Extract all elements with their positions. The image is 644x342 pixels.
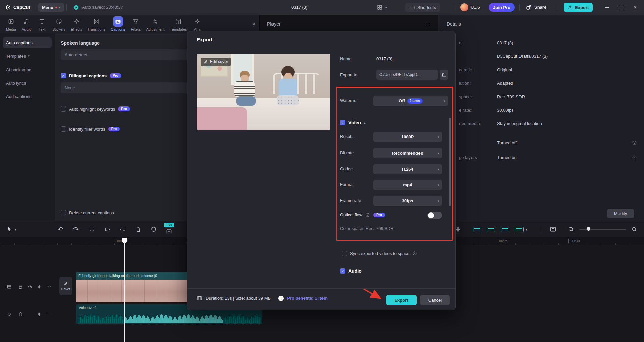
detail-label: e rate: — [459, 108, 472, 113]
link-clips-icon[interactable] — [487, 227, 495, 232]
player-menu-icon[interactable]: ≡ — [426, 15, 430, 33]
layout-grid-icon[interactable] — [377, 4, 383, 10]
bitrate-select[interactable]: Recommended▾ — [373, 148, 442, 158]
speaker-icon[interactable] — [37, 312, 42, 317]
tab-templates[interactable]: Templates — [167, 16, 189, 31]
voiceover-mic-icon[interactable] — [455, 226, 461, 233]
detail-label: lution: — [459, 81, 471, 86]
shortcuts-button[interactable]: Shortcuts — [405, 3, 440, 12]
delete-current-captions-checkbox[interactable] — [61, 210, 66, 215]
codec-select[interactable]: H.264▾ — [373, 164, 442, 174]
tab-text[interactable]: Text — [34, 16, 50, 31]
delete-icon[interactable] — [135, 226, 142, 233]
layout-chevron-icon[interactable]: ▾ — [385, 6, 387, 9]
zoom-out-icon[interactable] — [568, 226, 574, 232]
capcut-app-window: CapCut Menu ▾ Auto saved: 23:48:37 0317 … — [0, 0, 644, 342]
zoom-slider-track[interactable] — [579, 229, 626, 230]
dialog-scrollbar[interactable] — [449, 118, 451, 206]
preview-axis-icon[interactable] — [550, 226, 556, 233]
close-button[interactable]: × — [630, 0, 640, 15]
join-pro-button[interactable]: Join Pro — [489, 3, 515, 12]
tab-effects[interactable]: Effects — [68, 16, 85, 31]
browse-folder-button[interactable] — [440, 70, 448, 80]
info-icon[interactable] — [412, 251, 417, 256]
zoom-in-icon[interactable] — [631, 226, 637, 232]
export-to-path[interactable]: C:/Users/DELL/AppD... — [376, 70, 438, 80]
share-label[interactable]: Share — [534, 0, 546, 15]
audio-section-checkbox[interactable]: ✓ — [340, 268, 345, 274]
tab-stickers[interactable]: Stickers — [50, 16, 68, 31]
identify-filler-checkbox[interactable] — [61, 126, 66, 132]
framerate-select[interactable]: 30fps▾ — [373, 196, 442, 206]
info-icon[interactable] — [632, 155, 637, 160]
undo-icon[interactable]: ↶ — [58, 224, 63, 234]
delete-left-icon[interactable] — [104, 226, 111, 233]
eye-icon[interactable] — [28, 284, 33, 289]
minimize-button[interactable] — [602, 0, 612, 15]
video-section-checkbox[interactable]: ✓ — [340, 120, 345, 125]
export-icon — [568, 5, 573, 10]
sidebar-item-add-captions[interactable]: Add captions — [3, 91, 52, 102]
export-button-titlebar[interactable]: Export — [564, 3, 593, 12]
tab-adjustment[interactable]: Adjustment — [143, 16, 167, 31]
user-avatar[interactable] — [460, 3, 468, 11]
magnet-snap-icon[interactable] — [473, 227, 481, 232]
export-confirm-button[interactable]: Export — [386, 295, 417, 305]
bilingual-captions-checkbox[interactable]: ✓ — [61, 73, 66, 78]
auto-highlight-checkbox[interactable] — [61, 106, 66, 112]
pro-badge: Pro — [118, 106, 130, 111]
detail-value: Original — [497, 67, 512, 72]
delete-current-captions-row: Delete current captions — [61, 210, 114, 215]
optical-flow-toggle[interactable] — [427, 212, 442, 219]
resolution-select[interactable]: 1080P▾ — [373, 132, 442, 142]
sync-to-space-checkbox[interactable] — [342, 251, 347, 256]
name-value[interactable]: 0317 (3) — [376, 56, 392, 61]
chevron-down-icon: ▾ — [443, 99, 445, 103]
sidebar-item-auto-captions[interactable]: Auto captions — [3, 37, 52, 48]
track-content-icon[interactable] — [7, 284, 12, 289]
alert-icon: ! — [278, 296, 284, 301]
chevron-up-icon[interactable]: ▴ — [364, 121, 366, 124]
ribbon-overflow-button[interactable]: » — [252, 21, 255, 27]
info-icon[interactable] — [365, 213, 370, 217]
mask-icon[interactable] — [150, 226, 157, 233]
lock-icon[interactable] — [18, 284, 23, 289]
track-height-icon[interactable] — [515, 227, 524, 232]
export-dialog: Export Edit cover Name — [187, 31, 456, 310]
menu-button[interactable]: Menu ▾ — [38, 3, 64, 12]
tab-transitions[interactable]: Transitions — [85, 16, 108, 31]
refresh-icon[interactable] — [7, 312, 12, 317]
select-cursor-icon[interactable] — [6, 226, 13, 233]
info-icon[interactable] — [632, 140, 637, 145]
lock-icon[interactable] — [18, 312, 23, 317]
playhead[interactable] — [124, 238, 125, 342]
tab-ai[interactable]: AI a — [190, 16, 205, 31]
split-icon[interactable] — [89, 226, 95, 233]
speaker-icon[interactable] — [37, 284, 42, 289]
cancel-button[interactable]: Cancel — [420, 295, 450, 305]
tab-audio[interactable]: Audio — [19, 16, 34, 31]
watermark-select[interactable]: Off 2 uses ▾ — [373, 96, 448, 106]
modify-button[interactable]: Modify — [607, 209, 634, 218]
edit-cover-button[interactable]: Edit cover — [201, 58, 231, 66]
track-height-chevron-icon[interactable]: ▾ — [526, 228, 527, 231]
maximize-button[interactable] — [616, 0, 626, 15]
sidebar-item-templates[interactable]: Templates▾ — [3, 51, 52, 61]
preview-frames-icon[interactable] — [501, 227, 509, 232]
cursor-mode-chevron-icon[interactable]: ▾ — [15, 228, 16, 231]
format-select[interactable]: mp4▾ — [373, 180, 442, 190]
sticker-icon — [56, 18, 62, 25]
cover-button[interactable]: Cover — [59, 277, 72, 295]
smart-tool-icon[interactable] — [166, 228, 172, 235]
more-icon[interactable]: ··· — [46, 284, 52, 289]
sidebar-item-auto-lyrics[interactable]: Auto lyrics — [3, 78, 52, 88]
delete-right-icon[interactable] — [119, 226, 126, 233]
zoom-slider-handle[interactable] — [587, 227, 590, 231]
tab-filters[interactable]: Filters — [128, 16, 143, 31]
more-icon[interactable]: ··· — [46, 311, 52, 316]
share-icon[interactable] — [526, 4, 532, 10]
tab-media[interactable]: Media — [3, 16, 19, 31]
tab-captions[interactable]: Captions — [108, 16, 128, 31]
sidebar-item-ai-packaging[interactable]: AI packaging — [3, 64, 52, 75]
redo-icon[interactable]: ↷ — [73, 224, 79, 234]
